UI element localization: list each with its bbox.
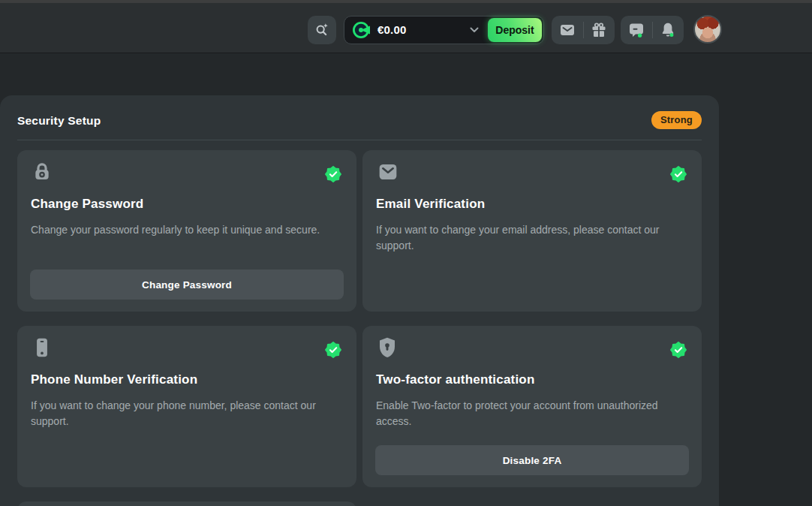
gift-button[interactable] bbox=[584, 21, 615, 39]
bell-icon bbox=[659, 21, 677, 39]
coin-icon bbox=[352, 21, 370, 39]
notifications-button[interactable] bbox=[653, 21, 684, 39]
password-strength-badge: Strong bbox=[651, 111, 702, 129]
chevron-down-icon bbox=[470, 27, 479, 33]
card-description: If you want to change your phone number,… bbox=[31, 398, 335, 429]
mail-gift-group bbox=[552, 16, 615, 44]
verified-check-icon bbox=[325, 342, 341, 358]
phone-icon bbox=[30, 336, 54, 360]
security-cards-grid: Change Password Change your password reg… bbox=[17, 150, 702, 506]
chat-bell-group bbox=[621, 16, 684, 44]
search-button[interactable] bbox=[308, 16, 336, 44]
gift-icon bbox=[590, 21, 608, 39]
user-avatar[interactable] bbox=[693, 15, 722, 44]
wallet-balance-selector[interactable]: €0.00 Deposit bbox=[344, 16, 544, 44]
card-email-verification: Email Verification If you want to change… bbox=[362, 150, 702, 312]
verified-check-icon bbox=[670, 342, 687, 358]
mail-button[interactable] bbox=[552, 21, 583, 39]
card-two-factor: Two-factor authentication Enable Two-fac… bbox=[362, 326, 702, 487]
disable-2fa-button[interactable]: Disable 2FA bbox=[375, 445, 689, 475]
verified-check-icon bbox=[325, 166, 341, 182]
chat-icon bbox=[627, 21, 645, 39]
deposit-button[interactable]: Deposit bbox=[488, 18, 542, 42]
mail-icon bbox=[558, 21, 577, 39]
security-setup-panel: Security Setup Strong Change Password Ch… bbox=[0, 95, 719, 506]
card-phone-verification: Phone Number Verification If you want to… bbox=[17, 326, 356, 487]
balance-amount: €0.00 bbox=[377, 17, 407, 44]
lock-icon bbox=[30, 160, 54, 184]
verified-check-icon bbox=[670, 166, 687, 182]
envelope-icon bbox=[375, 160, 401, 184]
card-change-password: Change Password Change your password reg… bbox=[17, 150, 356, 312]
card-title: Phone Number Verification bbox=[31, 372, 197, 387]
card-title: Change Password bbox=[31, 197, 143, 212]
card-description: Change your password regularly to keep i… bbox=[31, 222, 335, 238]
top-navbar: €0.00 Deposit bbox=[0, 3, 812, 53]
change-password-button[interactable]: Change Password bbox=[30, 270, 344, 300]
search-icon bbox=[314, 22, 330, 38]
divider bbox=[17, 140, 702, 140]
card-description: Enable Two-factor to protect your accoun… bbox=[376, 398, 681, 429]
card-description: If you want to change your email address… bbox=[376, 222, 681, 254]
card-title: Email Verification bbox=[376, 197, 485, 212]
chat-button[interactable] bbox=[621, 21, 652, 39]
page-title: Security Setup bbox=[17, 114, 101, 128]
card-next-partial bbox=[17, 501, 356, 506]
shield-keyhole-icon bbox=[375, 336, 399, 360]
card-title: Two-factor authentication bbox=[376, 372, 535, 387]
